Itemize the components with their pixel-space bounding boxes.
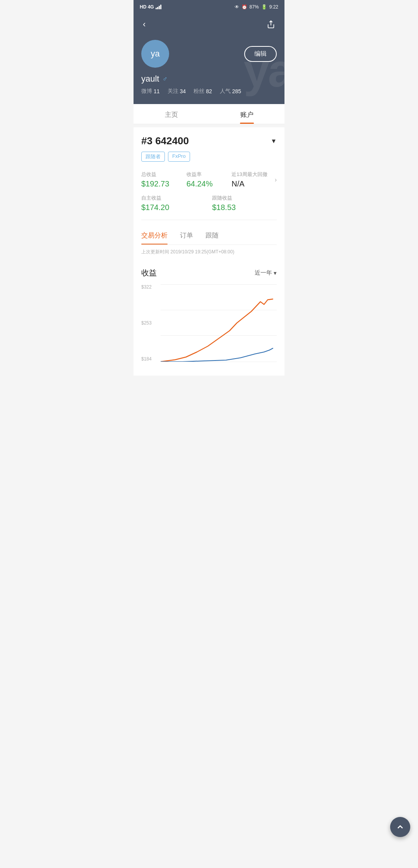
y-label-mid: $253: [141, 320, 161, 326]
chart-title: 收益: [141, 268, 157, 278]
chart-container: $322 $253 $184: [141, 284, 277, 362]
status-bar: HD 4G 👁 ⏰ 87% 🔋 9:22: [134, 0, 284, 14]
header: ‹: [134, 14, 284, 37]
followers-stat: 粉丝 82: [194, 88, 212, 95]
profile-section: ya ya 编辑 yault ♂ 微博 11 关注 34 粉丝 82 人气 28…: [134, 37, 284, 104]
account-dropdown-button[interactable]: ▼: [271, 138, 277, 145]
main-tabs: 主页 账户: [134, 104, 284, 124]
battery-label: 87%: [250, 4, 259, 10]
status-right: 👁 ⏰ 87% 🔋 9:22: [235, 4, 278, 10]
share-button[interactable]: [265, 19, 277, 32]
account-id-row: #3 642400 ▼: [141, 135, 277, 147]
chart-area: [161, 284, 277, 362]
chart-svg: [161, 284, 277, 362]
y-label-bottom: $184: [141, 356, 161, 362]
tab-home[interactable]: 主页: [134, 104, 209, 124]
tab-orders[interactable]: 订单: [180, 226, 193, 244]
follow-profit-stat: 跟随收益 $18.53: [212, 195, 277, 212]
hd-label: HD 4G: [140, 4, 154, 10]
time-label: 9:22: [269, 4, 278, 10]
fxpro-badge: FxPro: [168, 152, 190, 162]
following-stat: 关注 34: [168, 88, 186, 95]
chart-header: 收益 近一年 ▾: [141, 268, 277, 278]
chart-section: 收益 近一年 ▾ $322 $253 $184: [141, 261, 277, 368]
username-row: yault ♂: [141, 74, 277, 84]
username: yault: [141, 74, 159, 84]
profile-stats-row: 微博 11 关注 34 粉丝 82 人气 285: [141, 88, 277, 95]
update-time: 上次更新时间 2019/10/29 19:25(GMT+08:00): [141, 249, 277, 255]
gender-icon: ♂: [162, 75, 168, 83]
account-content: #3 642400 ▼ 跟随者 FxPro 总收益 $192.73 收益率 64…: [134, 127, 284, 376]
stats-grid: 总收益 $192.73 收益率 64.24% 近13周最大回撤 N/A ›: [141, 171, 277, 188]
badges: 跟随者 FxPro: [141, 152, 277, 162]
profit-rate-stat: 收益率 64.24%: [187, 171, 232, 188]
total-profit-stat: 总收益 $192.73: [141, 171, 187, 188]
max-drawdown-stat: 近13周最大回撤 N/A: [231, 171, 277, 188]
alarm-icon: ⏰: [242, 4, 247, 10]
signal-bars: [156, 5, 161, 9]
popularity-stat: 人气 285: [220, 88, 241, 95]
y-label-top: $322: [141, 284, 161, 290]
chart-y-labels: $322 $253 $184: [141, 284, 161, 362]
eye-icon: 👁: [235, 4, 239, 10]
battery-icon: 🔋: [261, 4, 267, 10]
profile-top: ya 编辑: [141, 40, 277, 68]
avatar: ya: [141, 40, 169, 68]
chevron-down-icon: ▾: [274, 270, 277, 277]
chart-period-selector[interactable]: 近一年 ▾: [255, 269, 277, 277]
account-id: #3 642400: [141, 135, 189, 147]
tab-following[interactable]: 跟随: [206, 226, 219, 244]
follower-badge: 跟随者: [141, 152, 165, 162]
edit-button[interactable]: 编辑: [244, 46, 277, 62]
orange-line: [161, 299, 273, 362]
stats-arrow-icon[interactable]: ›: [275, 176, 277, 183]
self-profit-stat: 自主收益 $174.20: [141, 195, 206, 212]
weibo-stat: 微博 11: [141, 88, 160, 95]
tab-account[interactable]: 账户: [209, 104, 284, 124]
back-button[interactable]: ‹: [141, 19, 147, 30]
status-left: HD 4G: [140, 4, 161, 10]
chart-grid-bottom: [161, 362, 277, 362]
tab-trading-analysis[interactable]: 交易分析: [141, 226, 168, 244]
stats-row2: 自主收益 $174.20 跟随收益 $18.53: [141, 195, 277, 220]
analysis-tabs: 交易分析 订单 跟随: [141, 226, 277, 245]
